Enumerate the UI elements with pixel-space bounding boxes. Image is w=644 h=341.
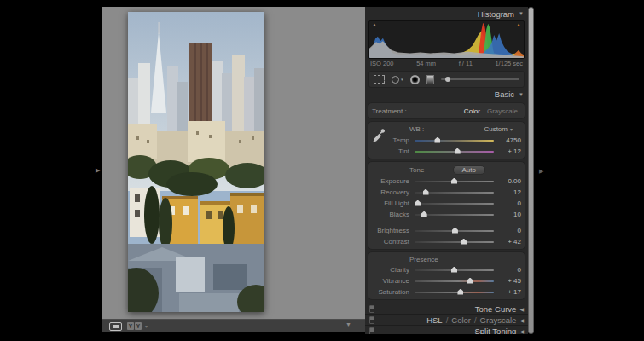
saturation-value[interactable]: + 17 <box>499 288 521 296</box>
temp-value[interactable]: 4750 <box>499 136 521 144</box>
exposure-slider-handle[interactable] <box>451 178 457 184</box>
vibrance-value[interactable]: + 45 <box>499 277 521 285</box>
recovery-value[interactable]: 12 <box>499 188 521 196</box>
blacks-slider[interactable] <box>415 214 494 216</box>
view-options-dropdown-icon[interactable]: ▾ <box>145 323 148 329</box>
right-panel-expand-icon[interactable]: ▶ <box>539 168 543 174</box>
temp-slider-handle[interactable] <box>434 137 440 143</box>
histogram[interactable]: ▲ ▲ <box>368 20 525 59</box>
presence-block: Presence Clarity 0 Vibrance + 45 Saturat… <box>368 251 525 300</box>
expand-triangle-icon[interactable]: ◀ <box>519 328 524 334</box>
tint-slider-handle[interactable] <box>455 148 461 154</box>
shadow-clipping-icon[interactable]: ▲ <box>372 22 377 27</box>
fill-light-slider[interactable] <box>415 203 494 205</box>
separator: / <box>474 315 477 325</box>
auto-tone-button[interactable]: Auto <box>453 165 485 175</box>
exposure-slider-row: Exposure 0.00 <box>372 176 521 187</box>
contrast-slider-row: Contrast + 42 <box>372 236 521 247</box>
iso-value: ISO 200 <box>370 60 394 68</box>
panel-scrollbar[interactable] <box>528 7 534 334</box>
highlight-clipping-icon[interactable]: ▲ <box>516 22 521 27</box>
tint-label: Tint <box>372 147 409 155</box>
color-tab[interactable]: Color <box>451 315 471 325</box>
red-eye-icon[interactable] <box>410 75 420 84</box>
focal-length-value: 54 mm <box>416 60 436 68</box>
hsl-panel-header[interactable]: HSL / Color / Grayscale ◀ <box>365 314 528 325</box>
hsl-tab[interactable]: HSL <box>426 315 442 325</box>
temp-slider[interactable] <box>415 140 494 142</box>
collapse-triangle-icon[interactable]: ▼ <box>519 11 524 16</box>
photo[interactable] <box>128 12 264 312</box>
contrast-slider[interactable] <box>415 241 494 243</box>
presence-label: Presence <box>409 256 438 263</box>
graduated-filter-icon[interactable] <box>426 75 434 84</box>
panel-toggle-switch-icon[interactable] <box>369 305 374 313</box>
vibrance-slider-handle[interactable] <box>467 278 473 284</box>
before-after-view-icon[interactable]: Y Y <box>127 322 142 330</box>
spot-removal-icon[interactable] <box>392 76 399 84</box>
split-toning-title: Split Toning <box>474 327 516 335</box>
expand-triangle-icon[interactable]: ◀ <box>519 306 524 312</box>
contrast-value[interactable]: + 42 <box>499 238 521 246</box>
exposure-value[interactable]: 0.00 <box>499 177 521 185</box>
exposure-label: Exposure <box>372 177 409 185</box>
tool-strip: ▾ <box>368 71 525 88</box>
aperture-value: f / 11 <box>459 60 473 68</box>
histogram-panel-header[interactable]: Histogram ▼ <box>365 7 528 20</box>
treatment-label: Treatment : <box>372 107 407 115</box>
loupe-view-icon[interactable] <box>109 322 122 331</box>
brightness-slider[interactable] <box>415 230 494 232</box>
left-panel-expand-icon[interactable]: ▶ <box>96 167 100 173</box>
wb-dropdown-icon: ▾ <box>510 126 513 132</box>
vibrance-label: Vibrance <box>372 277 409 285</box>
recovery-slider-handle[interactable] <box>423 189 429 195</box>
treatment-grayscale-option[interactable]: Grayscale <box>487 107 518 115</box>
wb-preset-select[interactable]: Custom ▾ <box>484 125 513 133</box>
tool-strip-slider[interactable] <box>441 78 519 80</box>
clarity-slider-handle[interactable] <box>451 267 457 273</box>
white-balance-eyedropper-icon[interactable] <box>372 127 385 145</box>
brightness-value[interactable]: 0 <box>499 227 521 234</box>
app-window: Y Y ▾ ▼ ▶ ▶ Histogram ▼ ▲ ▲ ISO 200 <box>0 0 644 341</box>
saturation-slider-handle[interactable] <box>457 289 463 295</box>
fill-light-slider-handle[interactable] <box>415 200 421 206</box>
blacks-value[interactable]: 10 <box>499 211 521 218</box>
tone-block: Tone Auto Exposure 0.00 Recovery 12 Fill… <box>368 161 525 250</box>
spot-removal-dropdown-icon[interactable]: ▾ <box>401 77 403 82</box>
clarity-value[interactable]: 0 <box>499 266 521 274</box>
panel-toggle-switch-icon[interactable] <box>369 327 374 335</box>
compare-left-glyph: Y <box>127 322 134 330</box>
crop-overlay-icon[interactable] <box>374 75 385 84</box>
recovery-slider[interactable] <box>415 192 494 194</box>
separator: / <box>446 315 449 325</box>
split-toning-panel-header[interactable]: Split Toning ◀ <box>365 325 528 334</box>
tool-strip-slider-handle[interactable] <box>445 77 450 82</box>
treatment-color-option[interactable]: Color <box>464 107 480 115</box>
panel-toggle-switch-icon[interactable] <box>369 316 374 324</box>
vibrance-slider[interactable] <box>415 280 494 282</box>
expand-triangle-icon[interactable]: ◀ <box>519 317 524 323</box>
tint-slider[interactable] <box>415 151 494 153</box>
develop-toolbar: Y Y ▾ <box>102 319 365 332</box>
recovery-label: Recovery <box>372 188 409 196</box>
brightness-label: Brightness <box>372 227 409 234</box>
clarity-slider[interactable] <box>415 269 494 271</box>
collapse-triangle-icon[interactable]: ▼ <box>519 92 524 97</box>
treatment-block: Treatment : Color Grayscale <box>368 102 525 119</box>
exposure-slider[interactable] <box>415 181 494 182</box>
saturation-slider[interactable] <box>415 292 494 293</box>
tone-label: Tone <box>409 166 424 174</box>
temp-slider-row: Temp 4750 <box>372 135 521 146</box>
tone-curve-panel-header[interactable]: Tone Curve ◀ <box>365 303 528 314</box>
brightness-slider-handle[interactable] <box>452 228 458 234</box>
contrast-slider-handle[interactable] <box>461 239 467 245</box>
fill-light-value[interactable]: 0 <box>499 199 521 207</box>
basic-panel-header[interactable]: Basic ▼ <box>365 88 528 101</box>
blacks-slider-handle[interactable] <box>421 211 427 217</box>
shutter-value: 1/125 sec <box>495 60 523 68</box>
fill-light-label: Fill Light <box>372 199 409 207</box>
recovery-slider-row: Recovery 12 <box>372 187 521 198</box>
wb-label: WB : <box>409 125 424 133</box>
grayscale-tab[interactable]: Grayscale <box>480 315 517 325</box>
tint-value[interactable]: + 12 <box>499 147 521 155</box>
